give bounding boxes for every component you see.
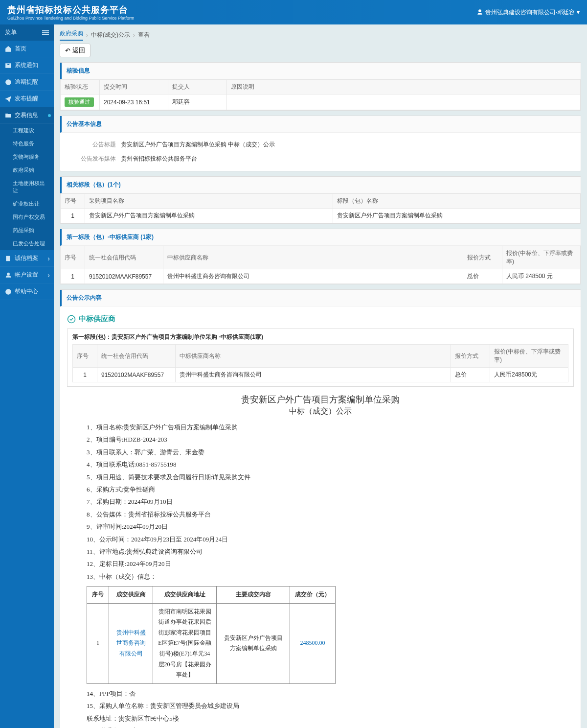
sidebar-item[interactable]: 交易信息 (0, 107, 54, 124)
sidebar-sub-item[interactable]: 工程建设 (0, 124, 54, 137)
table-row: 核验通过 2024-09-23 16:51 邓廷容 (61, 94, 581, 110)
help-icon (5, 288, 12, 295)
sidebar-item[interactable]: 发布提醒 (0, 91, 54, 107)
user-icon (5, 272, 12, 279)
th: 报价方式 (463, 246, 502, 269)
winner-section-header: 中标供应商 (67, 311, 574, 326)
main-content: 政府采购› 中标(成交)公示› 查看 ↶ 返回 核验信息 核验状态 提交时间 提… (54, 24, 587, 728)
th: 原因说明 (227, 80, 581, 94)
crumb-item[interactable]: 中标(成交)公示 (91, 31, 130, 39)
doc-line: 9、评审时间:2024年09月20日 (87, 521, 554, 532)
kv-label: 公告发布媒体 (67, 155, 121, 163)
table-row: 1 91520102MAAKF89557 贵州中科盛世商务咨询有限公司 总价 人… (61, 269, 581, 284)
user-icon (476, 9, 483, 16)
th: 中标供应商名称 (176, 345, 451, 368)
th: 中标供应商名称 (163, 246, 463, 269)
logo: 贵州省招标投标公共服务平台 GuiZhou Province Tendering… (7, 4, 134, 21)
sidebar-sub-item[interactable]: 矿业权出让 (0, 197, 54, 211)
sidebar-item-label: 发布提醒 (15, 94, 38, 103)
doc-line: 10、公示时间：2024年09月23日至 2024年09月24日 (87, 534, 554, 545)
doc-title: 贵安新区户外广告项目方案编制单位采购 (67, 394, 574, 405)
logo-cn: 贵州省招标投标公共服务平台 (7, 4, 134, 16)
sidebar-sub-item[interactable]: 已发公告处理 (0, 237, 54, 250)
sidebar-sub-item[interactable]: 货物与服务 (0, 150, 54, 164)
logo-en: GuiZhou Province Tendering and Bidding P… (7, 16, 134, 21)
th: 核验状态 (61, 80, 100, 94)
doc-line: 联系地址：贵安新区市民中心5楼 (87, 713, 554, 724)
sidebar-item[interactable]: 帮助中心 (0, 283, 54, 300)
doc-line: 13、中标（成交）信息： (87, 571, 554, 582)
check-circle-icon (67, 315, 76, 324)
back-arrow-icon: ↶ (65, 47, 70, 54)
th: 提交人 (168, 80, 227, 94)
table-row: 1 贵安新区户外广告项目方案编制单位采购 贵安新区户外广告项目方案编制单位采购 (61, 209, 581, 223)
table-row: 1 贵州中科盛世商务咨询有限公司 贵阳市南明区花果园街道办事处花果园后街彭家湾花… (87, 603, 336, 683)
lot-table: 序号 采购项目名称 标段（包）名称 1 贵安新区户外广告项目方案编制单位采购 贵… (60, 193, 581, 223)
th: 标段（包）名称 (333, 194, 581, 209)
kv-label: 公告标题 (67, 141, 121, 149)
th: 序号 (61, 246, 85, 269)
sidebar-title: 菜单 (0, 24, 54, 41)
svg-point-1 (7, 273, 10, 275)
crumb-item[interactable]: 政府采购 (60, 29, 83, 41)
cell: 贵阳市南明区花果园街道办事处花果园后街彭家湾花果园项目E区第E7号(国际金融街号… (153, 603, 217, 683)
inner-title: 第一标段(包)：贵安新区户外广告项目方案编制单位采购 -中标供应商(1家) (72, 333, 568, 341)
panel-announcement-content: 公告公示内容 中标供应商 第一标段(包)：贵安新区户外广告项目方案编制单位采购 … (60, 289, 581, 728)
app-header: 贵州省招标投标公共服务平台 GuiZhou Province Tendering… (0, 0, 587, 24)
th: 采购项目名称 (85, 194, 333, 209)
sidebar-sub-item[interactable]: 特色服务 (0, 137, 54, 150)
cell: 总价 (463, 269, 502, 284)
th: 序号 (87, 587, 109, 604)
cell: 贵州中科盛世商务咨询有限公司 (163, 269, 463, 284)
cell: 人民币248500元 (490, 368, 568, 382)
cell: 2024-09-23 16:51 (100, 94, 168, 110)
panel-title: 公告公示内容 (60, 290, 581, 306)
th: 序号 (61, 194, 85, 209)
sidebar-item[interactable]: 首页 (0, 41, 54, 57)
status-badge: 核验通过 (65, 97, 94, 107)
supplier-link[interactable]: 贵州中科盛世商务咨询有限公司 (109, 603, 153, 683)
doc-line: 2、项目编号:HDZB-2024-203 (87, 434, 554, 445)
th: 报价(中标价、下浮率或费率) (502, 246, 581, 269)
cell: 邓廷容 (168, 94, 227, 110)
verify-table: 核验状态 提交时间 提交人 原因说明 核验通过 2024-09-23 16:51… (60, 79, 581, 110)
cell: 91520102MAAKF89557 (85, 269, 163, 284)
doc-line: 6、采购方式:竞争性磋商 (87, 484, 554, 495)
doc-body: 1、项目名称:贵安新区户外广告项目方案编制单位采购2、项目编号:HDZB-202… (67, 422, 574, 728)
menu-toggle-icon[interactable] (42, 30, 49, 35)
sidebar-sub-item[interactable]: 政府采购 (0, 164, 54, 177)
back-button[interactable]: ↶ 返回 (60, 44, 90, 57)
cell: 贵安新区户外广告项目方案编制单位采购 (85, 209, 333, 223)
sidebar-sub-item[interactable]: 国有产权交易 (0, 211, 54, 224)
th: 成交价（元） (290, 587, 336, 604)
kv-value: 贵州省招标投标公共服务平台 (121, 155, 574, 163)
panel-title: 公告基本信息 (60, 116, 581, 133)
th: 报价(中标价、下浮率或费率) (490, 345, 568, 368)
doc-line: 项目联系人：王康 (87, 725, 554, 728)
th: 报价方式 (451, 345, 490, 368)
kv-row: 公告标题 贵安新区户外广告项目方案编制单位采购 中标（成交）公示 (67, 138, 574, 152)
user-block[interactable]: 贵州弘典建设咨询有限公司·邓廷容 ▾ (476, 8, 580, 17)
sidebar-item-label: 逾期提醒 (15, 78, 38, 86)
user-name: 贵州弘典建设咨询有限公司·邓廷容 (485, 8, 575, 17)
sidebar-item-label: 系统通知 (15, 61, 38, 70)
sidebar-sub-item[interactable]: 土地使用权出让 (0, 177, 54, 197)
sidebar-item[interactable]: 诚信档案 (0, 250, 54, 267)
table-row: 1 91520102MAAKF89557 贵州中科盛世商务咨询有限公司 总价 人… (73, 368, 568, 382)
sidebar-item-label: 帮助中心 (15, 287, 38, 296)
sidebar-item[interactable]: 帐户设置 (0, 267, 54, 283)
sidebar-item-label: 交易信息 (15, 111, 38, 119)
sidebar-sub-item[interactable]: 药品采购 (0, 224, 54, 237)
clock-icon (5, 79, 12, 86)
svg-point-3 (68, 315, 75, 323)
cell: 1 (61, 209, 85, 223)
cell: 贵安新区户外广告项目方案编制单位采购 (217, 603, 290, 683)
deal-table: 序号 成交供应商 成交供应商地址 主要成交内容 成交价（元） 1 贵州中科盛世商… (87, 586, 336, 684)
doc-line: 8、公告媒体：贵州省招标投标公共服务平台 (87, 509, 554, 520)
sidebar-item-label: 诚信档案 (15, 254, 38, 262)
sidebar-item[interactable]: 逾期提醒 (0, 74, 54, 91)
sidebar-item[interactable]: 系统通知 (0, 57, 54, 74)
send-icon (5, 95, 12, 102)
doc-line: 1、项目名称:贵安新区户外广告项目方案编制单位采购 (87, 422, 554, 433)
panel-title: 核验信息 (60, 63, 581, 79)
